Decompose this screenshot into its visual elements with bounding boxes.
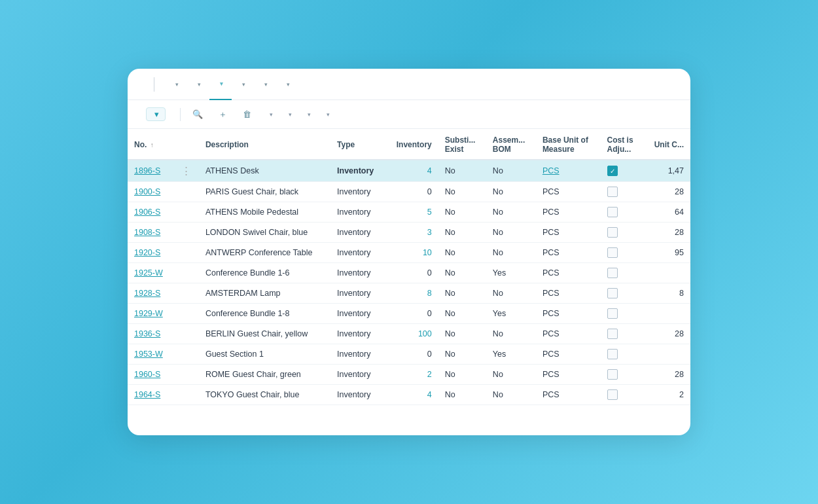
process-button[interactable]: ▾ bbox=[260, 109, 279, 120]
table-row[interactable]: 1920-SANTWERP Conference TableInventory1… bbox=[128, 243, 690, 263]
cell-row-menu[interactable] bbox=[173, 182, 199, 202]
col-header-cost[interactable]: Cost isAdju... bbox=[601, 129, 644, 160]
cell-cost[interactable] bbox=[601, 223, 644, 243]
cost-checkbox[interactable] bbox=[607, 369, 618, 380]
nav-item-sales2[interactable] bbox=[298, 69, 315, 100]
nav-items: ▾ ▾ ▾ ▾ ▾ bbox=[165, 69, 676, 100]
cell-measure: PCS bbox=[536, 283, 601, 304]
cost-checkbox[interactable] bbox=[607, 187, 618, 197]
cell-cost[interactable] bbox=[601, 243, 644, 263]
cell-cost[interactable] bbox=[601, 263, 644, 283]
cell-no[interactable]: 1929-W bbox=[128, 304, 173, 324]
cost-checkbox[interactable] bbox=[607, 268, 618, 278]
filter-all-button[interactable]: ▾ bbox=[146, 107, 166, 121]
cell-row-menu[interactable] bbox=[173, 344, 199, 365]
prices-discounts-button[interactable]: ▾ bbox=[317, 109, 336, 120]
nav-item-purchasing[interactable]: ▾ bbox=[232, 69, 254, 100]
main-card: ▾ ▾ ▾ ▾ ▾ bbox=[128, 69, 690, 435]
cell-unit: 28 bbox=[643, 365, 690, 385]
cell-row-menu[interactable] bbox=[173, 223, 199, 243]
cost-checkbox[interactable] bbox=[607, 349, 618, 359]
cost-checkbox[interactable] bbox=[607, 207, 618, 217]
table-row[interactable]: 1936-SBERLIN Guest Chair, yellowInventor… bbox=[128, 324, 690, 344]
cell-cost[interactable] bbox=[601, 182, 644, 202]
nav-item-finance[interactable]: ▾ bbox=[165, 69, 187, 100]
table-row[interactable]: 1896-S⋮ATHENS DeskInventory4NoNoPCS✓1,47 bbox=[128, 160, 690, 182]
search-button[interactable]: 🔍 bbox=[186, 107, 212, 121]
cost-checkbox[interactable] bbox=[607, 329, 618, 339]
cell-cost[interactable] bbox=[601, 385, 644, 405]
cost-checkbox[interactable] bbox=[607, 288, 618, 298]
cell-row-menu[interactable]: ⋮ bbox=[173, 160, 199, 182]
cell-subst: No bbox=[438, 202, 486, 223]
cell-no[interactable]: 1928-S bbox=[128, 283, 173, 304]
cell-no[interactable]: 1925-W bbox=[128, 263, 173, 283]
cell-measure: PCS bbox=[536, 263, 601, 283]
col-header-assem[interactable]: Assem...BOM bbox=[486, 129, 536, 160]
cell-cost[interactable] bbox=[601, 365, 644, 385]
cell-no[interactable]: 1960-S bbox=[128, 365, 173, 385]
col-header-unit[interactable]: Unit C... bbox=[643, 129, 690, 160]
cell-description: Conference Bundle 1-8 bbox=[199, 304, 330, 324]
toolbar-separator bbox=[180, 108, 181, 121]
nav-item-payroll[interactable]: ▾ bbox=[276, 69, 298, 100]
cell-row-menu[interactable] bbox=[173, 263, 199, 283]
cell-cost[interactable] bbox=[601, 324, 644, 344]
cell-no[interactable]: 1920-S bbox=[128, 243, 173, 263]
col-header-measure[interactable]: Base Unit ofMeasure bbox=[536, 129, 601, 160]
col-header-no[interactable]: No. ↑ bbox=[128, 129, 173, 160]
nav-item-cash-management[interactable]: ▾ bbox=[187, 69, 209, 100]
table-row[interactable]: 1953-WGuest Section 1Inventory0NoYesPCS bbox=[128, 344, 690, 365]
cell-row-menu[interactable] bbox=[173, 243, 199, 263]
cell-row-menu[interactable] bbox=[173, 304, 199, 324]
col-header-type[interactable]: Type bbox=[330, 129, 385, 160]
table-row[interactable]: 1908-SLONDON Swivel Chair, blueInventory… bbox=[128, 223, 690, 243]
cell-no[interactable]: 1936-S bbox=[128, 324, 173, 344]
cell-no[interactable]: 1896-S bbox=[128, 160, 173, 182]
cell-row-menu[interactable] bbox=[173, 283, 199, 304]
cost-checkbox[interactable] bbox=[607, 247, 618, 258]
cell-row-menu[interactable] bbox=[173, 324, 199, 344]
row-context-menu-icon[interactable]: ⋮ bbox=[180, 165, 192, 176]
cell-no[interactable]: 1953-W bbox=[128, 344, 173, 365]
cell-subst: No bbox=[438, 223, 486, 243]
table-row[interactable]: 1928-SAMSTERDAM LampInventory8NoNoPCS8 bbox=[128, 283, 690, 304]
cell-no[interactable]: 1900-S bbox=[128, 182, 173, 202]
nav-item-landed-cost[interactable]: ▾ bbox=[254, 69, 276, 100]
item-button[interactable]: ▾ bbox=[298, 109, 317, 120]
delete-button[interactable]: 🗑 bbox=[236, 107, 260, 121]
cost-checkbox[interactable] bbox=[607, 389, 618, 400]
cost-checkbox[interactable]: ✓ bbox=[607, 166, 618, 176]
cell-row-menu[interactable] bbox=[173, 202, 199, 223]
cell-no[interactable]: 1964-S bbox=[128, 385, 173, 405]
table-row[interactable]: 1964-STOKYO Guest Chair, blueInventory4N… bbox=[128, 385, 690, 405]
cell-no[interactable]: 1908-S bbox=[128, 223, 173, 243]
cell-cost[interactable] bbox=[601, 202, 644, 223]
new-button[interactable]: ＋ bbox=[212, 107, 236, 122]
cell-description: Conference Bundle 1-6 bbox=[199, 263, 330, 283]
cell-type: Inventory bbox=[330, 385, 385, 405]
table-row[interactable]: 1929-WConference Bundle 1-8Inventory0NoY… bbox=[128, 304, 690, 324]
cell-row-menu[interactable] bbox=[173, 365, 199, 385]
cell-cost[interactable] bbox=[601, 304, 644, 324]
col-header-description[interactable]: Description bbox=[199, 129, 330, 160]
table-row[interactable]: 1906-SATHENS Mobile PedestalInventory5No… bbox=[128, 202, 690, 223]
col-header-subst[interactable]: Substi...Exist bbox=[438, 129, 486, 160]
col-header-menu bbox=[173, 129, 199, 160]
table-row[interactable]: 1925-WConference Bundle 1-6Inventory0NoY… bbox=[128, 263, 690, 283]
cell-row-menu[interactable] bbox=[173, 385, 199, 405]
cost-checkbox[interactable] bbox=[607, 308, 618, 319]
request-appro-button[interactable] bbox=[336, 113, 349, 117]
cell-inventory: 4 bbox=[385, 385, 438, 405]
cost-checkbox[interactable] bbox=[607, 227, 618, 238]
cell-no[interactable]: 1906-S bbox=[128, 202, 173, 223]
measure-link[interactable]: PCS bbox=[542, 166, 560, 175]
nav-item-sales[interactable]: ▾ bbox=[209, 69, 232, 100]
cell-cost[interactable] bbox=[601, 283, 644, 304]
report-button[interactable]: ▾ bbox=[279, 109, 298, 120]
cell-cost[interactable]: ✓ bbox=[601, 160, 644, 182]
col-header-inventory[interactable]: Inventory bbox=[385, 129, 438, 160]
table-row[interactable]: 1960-SROME Guest Chair, greenInventory2N… bbox=[128, 365, 690, 385]
cell-cost[interactable] bbox=[601, 344, 644, 365]
table-row[interactable]: 1900-SPARIS Guest Chair, blackInventory0… bbox=[128, 182, 690, 202]
